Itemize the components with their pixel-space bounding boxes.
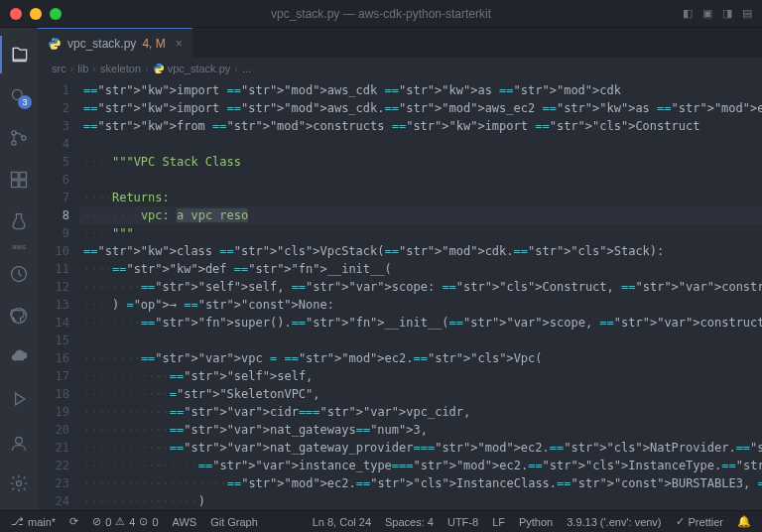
python-file-icon [48, 37, 62, 51]
chevron-right-icon: › [92, 63, 96, 74]
tab-vpc-stack[interactable]: vpc_stack.py 4, M × [38, 28, 192, 58]
indentation-status[interactable]: Spaces: 4 [378, 511, 441, 533]
breadcrumb-item[interactable]: skeleton [100, 63, 141, 74]
status-bar: ⎇main* ⟳ ⊘0 ⚠4 ⊙0 AWS Git Graph Ln 8, Co… [0, 510, 762, 532]
svg-point-11 [17, 481, 22, 486]
svg-point-1 [12, 131, 16, 135]
line-numbers: 1234567891011121314151617181920212223242… [38, 79, 79, 510]
aws-status[interactable]: AWS [166, 511, 204, 533]
svg-point-2 [12, 141, 16, 145]
search-badge: 3 [18, 95, 32, 109]
code-editor[interactable]: 1234567891011121314151617181920212223242… [38, 79, 762, 510]
search-icon[interactable]: 3 [0, 77, 38, 115]
svg-rect-6 [12, 181, 19, 188]
timeline-icon[interactable] [0, 255, 38, 293]
explorer-icon[interactable] [0, 36, 38, 73]
chevron-right-icon: › [145, 63, 149, 74]
problems-status[interactable]: ⊘0 ⚠4 ⊙0 [85, 511, 165, 533]
accounts-icon[interactable] [0, 425, 38, 463]
notifications-icon[interactable]: 🔔 [730, 511, 758, 533]
sync-status[interactable]: ⟳ [63, 511, 85, 533]
branch-icon: ⎇ [11, 515, 24, 528]
panel-bottom-icon[interactable]: ▣ [702, 7, 712, 20]
language-status[interactable]: Python [512, 511, 560, 533]
layout-icon[interactable]: ▤ [742, 7, 752, 20]
svg-rect-7 [20, 181, 27, 188]
breadcrumb-item[interactable]: vpc_stack.py [153, 63, 231, 74]
settings-gear-icon[interactable] [0, 465, 38, 502]
git-graph-status[interactable]: Git Graph [203, 511, 265, 533]
tab-label: vpc_stack.py [67, 37, 136, 51]
python-interpreter[interactable]: 3.9.13 ('.env': venv) [560, 511, 668, 533]
close-window-button[interactable] [10, 8, 22, 20]
svg-rect-4 [12, 173, 19, 180]
encoding-status[interactable]: UTF-8 [441, 511, 485, 533]
source-control-icon[interactable] [0, 119, 38, 157]
breadcrumb-item[interactable]: lib [77, 63, 88, 74]
title-layout-controls: ◧ ▣ ◨ ▤ [683, 7, 752, 20]
check-icon: ✓ [676, 515, 685, 528]
radio-icon: ⊙ [139, 515, 148, 528]
activity-bar: 3 aws [0, 28, 38, 510]
cloud-icon[interactable] [0, 338, 38, 376]
maximize-window-button[interactable] [50, 8, 62, 20]
chevron-right-icon: › [234, 63, 238, 74]
error-icon: ⊘ [92, 515, 101, 528]
cursor-position[interactable]: Ln 8, Col 24 [306, 511, 378, 533]
sync-icon: ⟳ [69, 515, 78, 528]
panel-left-icon[interactable]: ◧ [683, 7, 693, 20]
close-tab-button[interactable]: × [176, 37, 183, 51]
breadcrumb-item[interactable]: ... [242, 63, 251, 74]
tab-modified-indicator: 4, M [142, 37, 165, 51]
svg-point-13 [56, 47, 57, 48]
svg-point-10 [16, 437, 23, 444]
editor-tabs: vpc_stack.py 4, M × ▷ ▾ ⇆ ✓ ↶ ↷ ⊟ ▥ ⋯ [38, 28, 762, 58]
breadcrumbs[interactable]: src › lib › skeleton › vpc_stack.py › ..… [38, 58, 762, 79]
extensions-icon[interactable] [0, 161, 38, 199]
panel-right-icon[interactable]: ◨ [722, 7, 732, 20]
title-bar: vpc_stack.py — aws-cdk-python-starterkit… [0, 0, 762, 28]
run-debug-icon[interactable] [0, 380, 38, 418]
window-title: vpc_stack.py — aws-cdk-python-starterkit [271, 7, 491, 21]
chevron-right-icon: › [70, 63, 74, 74]
svg-point-12 [53, 39, 54, 40]
code-content[interactable]: =="str">"kw">import =="str">"mod">aws_cd… [79, 79, 762, 510]
warning-icon: ⚠ [115, 515, 125, 528]
breadcrumb-item[interactable]: src [52, 63, 66, 74]
aws-label[interactable]: aws [12, 242, 26, 251]
svg-rect-5 [20, 173, 27, 180]
prettier-status[interactable]: ✓Prettier [669, 511, 730, 533]
testing-icon[interactable] [0, 202, 38, 240]
eol-status[interactable]: LF [485, 511, 512, 533]
github-icon[interactable] [0, 297, 38, 334]
branch-status[interactable]: ⎇main* [4, 511, 63, 533]
python-file-icon [153, 63, 165, 74]
window-controls [10, 8, 62, 20]
minimize-window-button[interactable] [30, 8, 42, 20]
